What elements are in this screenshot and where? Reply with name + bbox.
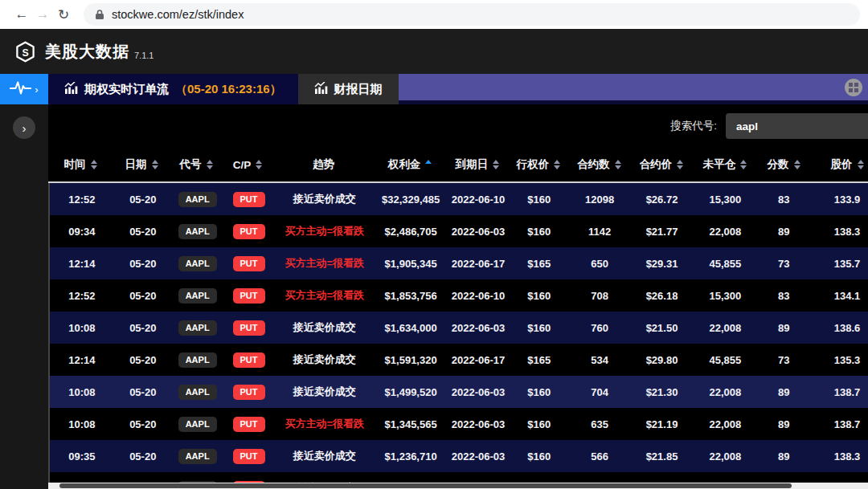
putcall-badge: PUT [233,192,265,207]
cell-stock_price: 138.3 [810,226,868,238]
column-label: 代号 [180,157,202,172]
sort-icon[interactable] [207,160,213,169]
score-value: 73 [778,354,789,366]
symbol-badge: AAPL [178,224,217,239]
sort-icon[interactable] [858,160,864,169]
nav-pulse-toggle[interactable]: › [0,74,48,104]
cell-open_interest: 45,855 [693,258,757,270]
cell-time: 12:52 [50,290,114,302]
cell-contracts: 566 [569,450,631,463]
table-row[interactable]: 10:0805-20AAPLPUT接近卖价成交$1,499,5202022-06… [50,376,868,408]
table-row[interactable]: 12:5205-20AAPLPUT买方主动=很看跌$1,853,7562022-… [50,279,868,312]
search-input[interactable] [726,113,868,139]
url-text: stockwe.com/ez/stk/index [112,8,244,21]
date-value: 05-20 [129,450,156,463]
cell-cp: PUT [223,352,275,368]
strike-value: $160 [527,194,551,206]
browser-reload-button[interactable]: ↻ [53,6,74,23]
table-row[interactable]: 12:1405-20AAPLPUT买方主动=很看跌$1,905,3452022-… [50,247,868,279]
cell-cp: PUT [223,256,275,271]
column-header-strike[interactable]: 行权价 [509,157,568,172]
svg-text:S: S [22,47,28,58]
sort-icon[interactable] [554,160,560,169]
column-header-premium[interactable]: 权利金 [374,157,446,172]
cell-trend: 接近卖价成交 [274,192,375,206]
cell-expiry: 2022-06-17 [447,258,510,270]
cell-open_interest: 15,300 [693,290,757,302]
sort-icon[interactable] [91,160,97,169]
strike-value: $160 [527,322,551,334]
cell-price: $21.30 [631,386,694,398]
cell-open_interest: 22,008 [693,418,757,430]
column-header-cp[interactable]: C/P [222,159,273,171]
grid-icon-button[interactable] [845,79,862,96]
contracts-value: 1142 [588,226,611,238]
sidebar-expand-button[interactable]: › [13,116,35,139]
time-value: 12:52 [68,290,95,302]
cell-trend: 接近卖价成交 [274,352,375,367]
sort-icon-active[interactable] [425,160,432,169]
table-row[interactable]: 10:0805-20AAPLPUT买方主动=很看跌$1,345,5652022-… [50,408,868,440]
column-header-trend[interactable]: 趋势 [273,157,374,172]
symbol-badge: AAPL [178,449,217,464]
open_interest-value: 15,300 [709,194,741,206]
trend-text: 接近卖价成交 [293,449,356,463]
cell-cp: PUT [223,449,275,464]
cell-contracts: 635 [569,418,631,430]
cell-score: 83 [757,290,810,302]
sort-icon[interactable] [677,160,683,169]
premium-value: $1,905,345 [385,258,437,270]
cell-price: $21.50 [631,322,694,334]
score-value: 89 [778,386,789,398]
column-header-price[interactable]: 合约价 [630,157,693,172]
column-header-score[interactable]: 分数 [757,157,810,172]
score-value: 83 [778,290,789,302]
browser-back-button[interactable]: ← [11,6,32,22]
cell-price: $29.31 [631,258,694,270]
column-label: 股价 [831,157,853,172]
table-row[interactable]: 10:0805-20AAPLPUT接近卖价成交$1,634,0002022-06… [50,312,868,344]
score-value: 89 [778,450,789,463]
sort-icon[interactable] [256,160,262,169]
cell-score: 89 [757,322,810,334]
table-row[interactable]: 09:3405-20AAPLPUT买方主动=很看跌$2,486,7052022-… [50,215,868,247]
column-header-expiry[interactable]: 到期日 [446,157,509,172]
screen: ← → ↻ stockwe.com/ez/stk/index S 美股大数据 7… [0,0,868,489]
tab-earnings-dates[interactable]: 财报日期 [298,74,399,104]
cell-date: 05-20 [114,386,172,398]
sort-icon[interactable] [493,160,499,169]
putcall-badge: PUT [233,385,265,400]
horizontal-scrollbar-thumb[interactable] [59,483,792,488]
column-header-open_interest[interactable]: 未平仓 [693,157,757,172]
table-row[interactable]: 09:3505-20AAPLPUT接近卖价成交$1,236,7102022-06… [50,440,868,472]
column-header-symbol[interactable]: 代号 [170,157,222,172]
column-header-stock_price[interactable]: 股价 [810,157,868,172]
sort-icon[interactable] [740,160,747,169]
cell-symbol: AAPL [172,449,223,464]
cell-strike: $165 [510,258,569,270]
column-header-contracts[interactable]: 合约数 [568,157,630,172]
column-label: 权利金 [388,157,421,172]
symbol-badge: AAPL [178,192,217,207]
sort-icon[interactable] [615,160,621,169]
sort-icon[interactable] [152,160,158,169]
horizontal-scrollbar[interactable] [48,483,868,489]
cell-premium: $1,345,565 [375,418,447,430]
cell-expiry: 2022-06-10 [447,194,510,206]
column-header-time[interactable]: 时间 [48,157,113,172]
browser-forward-button[interactable]: → [32,6,53,22]
trend-text: 买方主动=很看跌 [285,417,365,431]
tab-options-order-flow[interactable]: 期权实时订单流 （05-20 16:23:16） [48,74,298,104]
cell-price: $21.85 [631,450,694,463]
address-bar[interactable]: stockwe.com/ez/stk/index [84,3,860,26]
cell-trend: 接近卖价成交 [274,385,375,399]
strike-value: $160 [527,386,551,398]
column-header-date[interactable]: 日期 [113,157,170,172]
cell-stock_price: 138.3 [810,450,868,463]
table-row[interactable]: 12:5205-20AAPLPUT接近卖价成交$32,329,4852022-0… [50,183,868,215]
sort-icon[interactable] [794,160,800,169]
table-row[interactable]: 12:1405-20AAPLPUT接近卖价成交$1,591,3202022-06… [50,344,868,376]
open_interest-value: 22,008 [709,226,741,238]
score-value: 83 [778,194,789,206]
open_interest-value: 45,855 [709,258,741,270]
